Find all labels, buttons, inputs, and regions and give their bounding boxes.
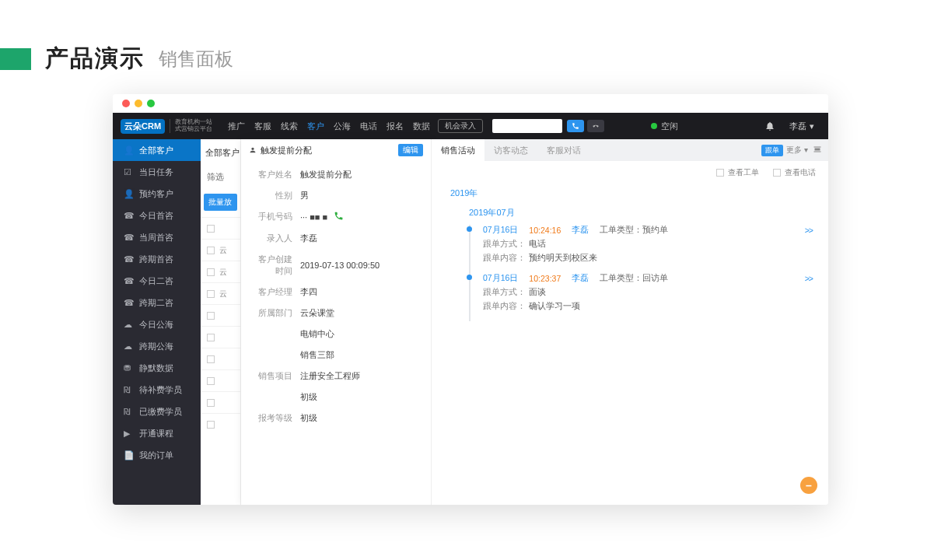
sidebar-item[interactable]: ☎今日首咨 <box>113 205 201 226</box>
sidebar-item[interactable]: ₪待补费学员 <box>113 379 201 401</box>
activity-tab[interactable]: 访客动态 <box>484 139 537 161</box>
minimize-fab[interactable]: – <box>800 477 817 494</box>
sidebar-item-label: 当日任务 <box>139 166 173 178</box>
sidebar-item-icon: 👤 <box>124 189 133 199</box>
row-checkbox[interactable] <box>207 334 215 341</box>
entry-user: 李磊 <box>572 273 589 284</box>
list-row[interactable] <box>201 391 240 413</box>
field-value: 2019-07-13 00:09:50 <box>300 261 380 270</box>
detail-row: 所属部门云朵课堂 <box>250 303 422 324</box>
activity-tab[interactable]: 销售活动 <box>432 139 484 161</box>
detail-row: 销售三部 <box>250 345 422 366</box>
entry-date: 07月16日 <box>483 225 518 236</box>
topnav-item[interactable]: 公海 <box>334 121 351 132</box>
row-checkbox[interactable] <box>207 355 215 363</box>
sidebar-item[interactable]: ₪已缴费学员 <box>113 401 201 422</box>
expand-icon[interactable] <box>813 145 828 156</box>
notification-bell[interactable] <box>764 121 775 131</box>
current-user[interactable]: 李磊▾ <box>789 121 814 132</box>
top-bar: 云朵CRM 教育机构一站式营销云平台 推广客服线索客户公海电话报名数据 机会录入… <box>113 113 828 139</box>
entry-expand[interactable]: >> <box>805 226 813 235</box>
bulk-action-chip[interactable]: 批量放 <box>204 194 237 211</box>
topnav-item[interactable]: 客服 <box>254 121 271 132</box>
agent-status[interactable]: 空闲 <box>651 121 678 132</box>
sidebar-item-label: 跨期公海 <box>139 341 173 352</box>
check-ticket[interactable]: 查看工单 <box>716 167 759 178</box>
row-checkbox[interactable] <box>207 247 215 254</box>
row-checkbox[interactable] <box>207 312 215 320</box>
followup-pill[interactable]: 跟单 <box>761 145 783 156</box>
more-menu[interactable]: 更多 ▾ <box>786 145 808 156</box>
sidebar-item[interactable]: 👤全部客户 <box>113 139 201 161</box>
row-checkbox[interactable] <box>207 399 215 407</box>
phone-icon[interactable] <box>334 211 344 223</box>
list-row[interactable] <box>201 217 240 239</box>
field-key: 客户创建时间 <box>250 254 300 277</box>
row-text: 云 <box>219 289 227 299</box>
entry-expand[interactable]: >> <box>805 274 813 283</box>
entry-type: 工单类型：回访单 <box>600 273 668 284</box>
sidebar-item[interactable]: ☎跨期二咨 <box>113 292 201 313</box>
field-value: 李四 <box>300 286 317 298</box>
detail-row: 报考等级初级 <box>250 408 422 429</box>
timeline-year: 2019年 <box>450 184 813 207</box>
search-input[interactable] <box>492 119 562 133</box>
sidebar-item-label: 我的订单 <box>139 450 173 461</box>
list-row[interactable] <box>201 326 240 348</box>
brand-logo[interactable]: 云朵CRM 教育机构一站式营销云平台 <box>113 113 220 139</box>
list-row[interactable] <box>201 348 240 369</box>
timeline-month: 2019年07月 <box>469 207 813 225</box>
app-body: 👤全部客户☑当日任务👤预约客户☎今日首咨☎当周首咨☎跨期首咨☎今日二咨☎跨期二咨… <box>113 139 828 505</box>
filter-label[interactable]: 筛选 <box>201 166 240 187</box>
field-key: 客户经理 <box>250 286 300 298</box>
sidebar-item[interactable]: ☎跨期首咨 <box>113 248 201 270</box>
field-key: 手机号码 <box>250 211 300 223</box>
topnav-item[interactable]: 推广 <box>228 121 245 132</box>
list-row[interactable] <box>201 413 240 435</box>
close-icon[interactable] <box>122 100 130 107</box>
row-checkbox[interactable] <box>207 225 215 233</box>
sidebar-item[interactable]: 👤预约客户 <box>113 183 201 205</box>
topnav-item[interactable]: 客户 <box>307 121 324 132</box>
topnav-item[interactable]: 电话 <box>360 121 377 132</box>
entry-type: 工单类型：预约单 <box>600 225 668 236</box>
hangup-icon[interactable] <box>587 120 604 132</box>
sidebar-item[interactable]: ⛃静默数据 <box>113 357 201 379</box>
list-row[interactable] <box>201 369 240 391</box>
sidebar-item[interactable]: ☎当周首咨 <box>113 226 201 248</box>
field-value: ··· ■■ ■ <box>300 212 327 222</box>
detail-row: 客户姓名触发提前分配 <box>250 164 422 185</box>
field-key <box>250 328 300 340</box>
topnav-item[interactable]: 报名 <box>387 121 404 132</box>
sidebar-item-label: 跨期二咨 <box>139 297 173 309</box>
page-subtitle: 销售面板 <box>159 47 233 72</box>
row-checkbox[interactable] <box>207 268 215 276</box>
list-row[interactable]: 云 <box>201 239 240 261</box>
topnav-item[interactable]: 线索 <box>281 121 298 132</box>
activity-tab[interactable]: 客服对话 <box>537 139 590 161</box>
sidebar-item-icon: ☎ <box>124 233 133 243</box>
detail-title: 触发提前分配 <box>261 145 312 156</box>
call-icon[interactable] <box>567 120 584 132</box>
list-row[interactable]: 云 <box>201 261 240 282</box>
detail-row: 录入人李磊 <box>250 228 422 249</box>
sidebar-item[interactable]: ☑当日任务 <box>113 161 201 183</box>
edit-button[interactable]: 编辑 <box>398 144 423 156</box>
sidebar-item[interactable]: 📄我的订单 <box>113 444 201 466</box>
minimize-icon[interactable] <box>135 100 142 107</box>
sidebar-item-label: 预约客户 <box>139 188 173 200</box>
sidebar-item[interactable]: ☁跨期公海 <box>113 335 201 357</box>
row-checkbox[interactable] <box>207 377 215 385</box>
row-checkbox[interactable] <box>207 421 215 429</box>
sidebar-item[interactable]: ▶开通课程 <box>113 422 201 444</box>
check-phone[interactable]: 查看电话 <box>773 167 816 178</box>
sidebar-item[interactable]: ☎今日二咨 <box>113 270 201 292</box>
sidebar-item[interactable]: ☁今日公海 <box>113 313 201 335</box>
opportunity-chip[interactable]: 机会录入 <box>438 119 483 133</box>
row-checkbox[interactable] <box>207 290 215 298</box>
list-row[interactable]: 云 <box>201 282 240 304</box>
zoom-icon[interactable] <box>147 100 155 107</box>
list-row[interactable] <box>201 304 240 326</box>
topnav-item[interactable]: 数据 <box>413 121 430 132</box>
call-buttons <box>567 120 604 132</box>
